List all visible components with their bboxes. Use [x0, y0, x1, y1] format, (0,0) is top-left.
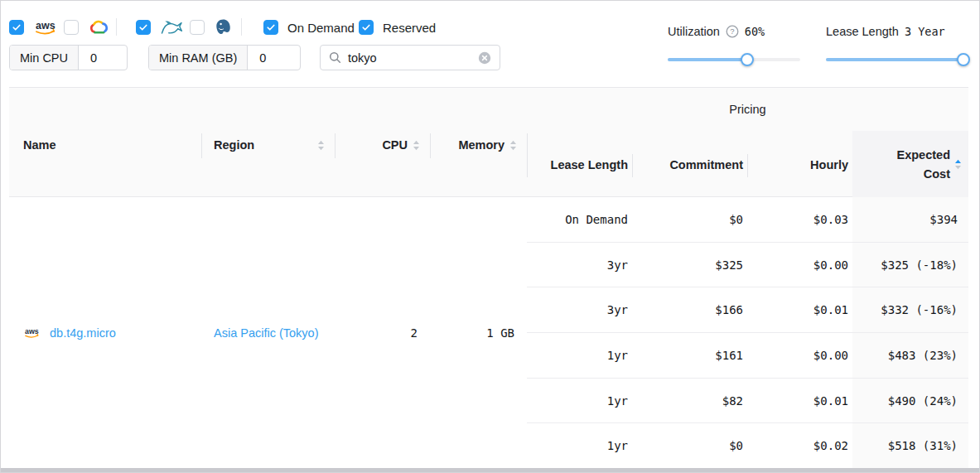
hourly-value: $0.01 — [756, 303, 861, 316]
engine-filter-mysql[interactable] — [136, 18, 184, 36]
expected-cost-value: $483 (23%) — [861, 349, 968, 362]
commitment-value: $0 — [640, 439, 756, 452]
min-ram-label: Min RAM (GB) — [149, 46, 248, 70]
lease-length-value: 1yr — [527, 439, 640, 452]
pricing-row: 3yr $325 $0.00 $325 (-18%) — [527, 242, 968, 287]
help-icon[interactable]: ? — [726, 25, 739, 38]
utilization-slider[interactable] — [668, 58, 800, 61]
pricing-row: 1yr $161 $0.00 $483 (23%) — [527, 332, 968, 378]
min-cpu-input[interactable]: 0 — [79, 46, 109, 70]
window-bottom-edge — [1, 468, 979, 472]
instance-cpu-cell: 2 — [335, 326, 430, 340]
pricing-row: 1yr $82 $0.01 $490 (24%) — [527, 378, 968, 423]
toolbar-divider — [241, 18, 242, 36]
pricing-model-on-demand[interactable]: On Demand — [263, 18, 355, 36]
instance-name-link[interactable]: db.t4g.micro — [50, 326, 116, 340]
check-icon — [266, 22, 276, 32]
postgresql-logo-icon — [214, 18, 233, 36]
instances-table: Pricing Name Region CPU — [9, 87, 968, 469]
lease-length-slider-thumb[interactable] — [957, 53, 970, 66]
table-row: aws db.t4g.micro Asia Pacific (Tokyo) 2 … — [9, 197, 527, 468]
instance-name-cell: aws db.t4g.micro — [9, 326, 201, 340]
search-box[interactable]: tokyo — [320, 45, 500, 70]
hourly-value: $0.03 — [756, 213, 861, 226]
utilization-label: Utilization — [668, 25, 720, 38]
header-separator — [527, 154, 528, 177]
lease-length-value: 1yr — [527, 394, 640, 408]
lease-length-value: 1yr — [527, 349, 640, 362]
postgresql-checkbox[interactable] — [190, 20, 205, 35]
pricing-row: On Demand $0 $0.03 $394 — [527, 197, 968, 242]
column-header-lease-length: Lease Length — [527, 158, 640, 171]
sort-icon[interactable] — [509, 140, 517, 151]
clear-icon[interactable] — [478, 51, 491, 65]
column-header-commitment: Commitment — [640, 158, 756, 171]
lease-length-slider[interactable] — [826, 58, 968, 61]
instance-region-cell: Asia Pacific (Tokyo) — [201, 326, 335, 340]
min-cpu-label: Min CPU — [10, 46, 79, 70]
header-separator — [430, 133, 431, 158]
min-ram-filter: Min RAM (GB) 0 — [148, 45, 301, 70]
column-header-expected-cost[interactable]: Expected Cost — [861, 146, 968, 183]
gcp-checkbox[interactable] — [64, 20, 79, 35]
aws-logo-icon: aws — [23, 326, 43, 340]
utilization-control: Utilization ? 60% — [668, 23, 800, 61]
hourly-value: $0.01 — [756, 394, 861, 408]
check-icon — [361, 22, 371, 32]
lease-length-value: On Demand — [527, 213, 640, 226]
svg-text:aws: aws — [25, 327, 39, 335]
on-demand-checkbox[interactable] — [263, 20, 278, 35]
svg-text:?: ? — [730, 27, 734, 36]
search-input[interactable]: tokyo — [348, 51, 471, 65]
commitment-value: $166 — [640, 303, 756, 316]
provider-filter-aws[interactable]: aws — [9, 18, 61, 36]
utilization-value: 60% — [745, 25, 765, 38]
lease-length-value: 3yr — [527, 258, 640, 272]
min-ram-input[interactable]: 0 — [248, 46, 278, 70]
commitment-value: $325 — [640, 258, 756, 272]
aws-logo-icon: aws — [33, 19, 61, 36]
provider-filter-gcp[interactable] — [64, 18, 109, 36]
sort-icon[interactable] — [317, 140, 325, 151]
mysql-logo-icon — [160, 19, 184, 36]
expected-cost-value: $490 (24%) — [861, 394, 968, 408]
column-header-region[interactable]: Region — [201, 138, 335, 152]
engine-filter-postgresql[interactable] — [190, 18, 233, 36]
toolbar-divider — [116, 18, 117, 36]
expected-cost-value: $518 (31%) — [861, 439, 968, 452]
pricing-rows: On Demand $0 $0.03 $394 3yr $325 $0.00 $… — [527, 197, 968, 468]
pricing-row: 3yr $166 $0.01 $332 (-16%) — [527, 287, 968, 332]
instance-region-link[interactable]: Asia Pacific (Tokyo) — [214, 326, 319, 340]
pricing-model-reserved[interactable]: Reserved — [359, 18, 436, 36]
instance-memory-cell: 1 GB — [430, 326, 527, 340]
aws-checkbox[interactable] — [9, 20, 24, 35]
header-separator — [632, 154, 633, 177]
header-separator — [747, 154, 748, 177]
sort-icon[interactable] — [413, 140, 420, 151]
expected-cost-value: $325 (-18%) — [861, 258, 968, 272]
reserved-checkbox[interactable] — [359, 20, 374, 35]
lease-length-control: Lease Length 3 Year — [826, 23, 968, 61]
search-icon — [329, 51, 341, 64]
hourly-value: $0.02 — [756, 439, 861, 452]
lease-length-label: Lease Length — [826, 25, 899, 38]
pricing-group-header: Pricing — [527, 88, 968, 131]
hourly-value: $0.00 — [756, 258, 861, 272]
pricing-row: 1yr $0 $0.02 $518 (31%) — [527, 422, 968, 468]
hourly-value: $0.00 — [756, 349, 861, 362]
column-header-cpu[interactable]: CPU — [335, 138, 430, 152]
column-header-name: Name — [9, 138, 201, 152]
sort-asc-active-icon[interactable] — [954, 159, 962, 170]
commitment-value: $0 — [640, 213, 756, 226]
commitment-value: $161 — [640, 349, 756, 362]
app-window: aws — [0, 0, 980, 473]
lease-length-value: 3yr — [527, 303, 640, 316]
expected-cost-value: $394 — [861, 213, 968, 226]
column-header-memory[interactable]: Memory — [430, 138, 527, 152]
lease-length-value: 3 Year — [905, 25, 945, 38]
mysql-checkbox[interactable] — [136, 20, 151, 35]
utilization-slider-thumb[interactable] — [741, 53, 754, 66]
expected-cost-value: $332 (-16%) — [861, 303, 968, 316]
gcp-logo-icon — [88, 20, 109, 36]
min-cpu-filter: Min CPU 0 — [9, 45, 128, 70]
